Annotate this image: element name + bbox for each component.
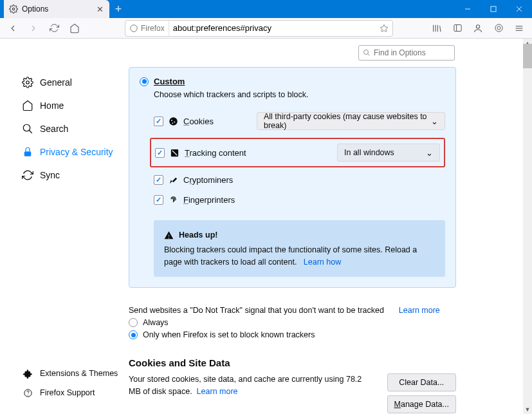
nav-label: Sync [40,170,60,180]
svg-line-17 [29,130,32,133]
learn-how-link[interactable]: Learn how [304,258,341,267]
extension-icon[interactable] [490,19,508,37]
home-icon [22,100,33,111]
close-window-button[interactable] [506,0,532,18]
nav-label: Extensions & Themes [40,369,118,378]
gear-icon [22,77,33,88]
csd-title: Cookies and Site Data [129,357,456,368]
options-search[interactable]: Find in Options [358,45,455,61]
identity-label: Firefox [141,24,165,33]
gear-icon [9,5,18,14]
tracking-icon [170,148,179,158]
scrollbar-thumb[interactable] [523,44,532,68]
radio-dnt-always[interactable] [129,318,138,327]
cookie-icon [169,117,178,126]
svg-rect-1 [491,6,496,12]
reload-button[interactable] [45,19,63,37]
clear-data-button[interactable]: Clear Data... [387,373,456,391]
maximize-button[interactable] [481,0,506,18]
dnt-always-label: Always [143,318,169,327]
tab-title: Options [22,5,91,14]
cookies-select[interactable]: All third-party cookies (may cause websi… [257,112,445,130]
fingerprint-icon [169,195,178,205]
nav-label: General [40,77,72,88]
address-bar[interactable]: Firefox [125,20,393,37]
minimize-button[interactable] [455,0,481,18]
svg-point-4 [131,24,138,32]
library-icon[interactable] [428,19,446,37]
search-icon [363,49,371,57]
fingerprint-label: Fingerprinters [183,195,235,205]
svg-point-16 [23,124,30,131]
nav-general[interactable]: General [19,71,122,94]
select-value: All third-party cookies (may cause websi… [264,112,431,130]
nav-label: Search [40,124,68,134]
checkbox-fingerprint[interactable] [154,195,163,205]
csd-body-text: Your stored cookies, site data, and cach… [129,375,362,396]
warning-box: Heads up! Blocking trackers could impact… [154,220,445,277]
tracking-select[interactable]: In all windows ⌄ [337,144,440,162]
checkbox-crypto[interactable] [154,175,163,185]
nav-label: Home [40,100,64,111]
new-tab-button[interactable]: + [109,0,127,18]
csd-learn-link[interactable]: Learn more [197,387,238,396]
search-placeholder: Find in Options [374,48,426,57]
titlebar: Options ✕ + [0,0,532,18]
browser-tab[interactable]: Options ✕ [4,0,109,18]
radio-dnt-only[interactable] [129,330,138,339]
svg-rect-18 [24,151,32,156]
radio-custom[interactable] [140,77,149,86]
crypto-label: Cryptominers [183,175,233,185]
tracking-label: Tracking content [185,148,246,158]
nav-support[interactable]: Firefox Support [19,383,120,402]
vertical-scrollbar[interactable]: ▲ ▼ [523,39,532,414]
checkbox-cookies[interactable] [154,117,163,126]
svg-point-7 [476,24,479,28]
svg-point-15 [26,81,30,84]
warning-title: Heads up! [179,229,217,241]
help-icon [22,387,33,399]
main-panel: Custom Choose which trackers and scripts… [129,67,456,413]
identity-box[interactable]: Firefox [125,21,169,36]
dnt-learn-link[interactable]: Learn more [399,306,440,315]
select-value: In all windows [344,148,394,157]
scroll-down-arrow[interactable]: ▼ [523,405,532,414]
url-input[interactable] [169,23,376,33]
svg-point-9 [497,26,500,30]
home-button[interactable] [66,19,84,37]
dnt-only-label: Only when Firefox is set to block known … [143,330,315,339]
dnt-text: Send websites a "Do Not Track" signal th… [129,306,384,315]
puzzle-icon [22,368,33,379]
custom-blocking-card: Custom Choose which trackers and scripts… [129,67,456,288]
bookmark-star-icon[interactable] [376,24,392,33]
search-icon [22,123,33,135]
svg-rect-5 [454,25,461,32]
warning-body: Blocking trackers could impact the funct… [164,245,417,267]
warning-icon [164,231,174,240]
nav-privacy[interactable]: Privacy & Security [19,140,122,164]
content-area: Find in Options General Home Search Priv… [0,39,532,414]
chevron-down-icon: ⌄ [431,117,438,126]
custom-desc: Choose which trackers and scripts to blo… [154,90,445,99]
nav-extensions[interactable]: Extensions & Themes [19,364,120,383]
lock-icon [22,146,33,158]
cookies-site-data-section: Cookies and Site Data Your stored cookie… [129,357,456,413]
nav-sync[interactable]: Sync [19,164,122,187]
nav-label: Privacy & Security [40,147,113,157]
account-icon[interactable] [469,19,487,37]
sidebar-icon[interactable] [448,19,466,37]
tab-close-icon[interactable]: ✕ [95,5,104,14]
nav-label: Firefox Support [40,388,95,397]
back-button[interactable] [4,19,22,37]
nav-search[interactable]: Search [19,117,122,140]
manage-data-button[interactable]: Manage Data... [387,395,456,413]
sync-icon [22,169,33,181]
checkbox-tracking[interactable] [155,148,165,158]
menu-button[interactable] [510,19,528,37]
svg-point-20 [28,395,28,395]
nav-home[interactable]: Home [19,94,122,117]
forward-button[interactable] [24,19,42,37]
window-controls [455,0,532,18]
dnt-section: Send websites a "Do Not Track" signal th… [129,306,456,339]
svg-point-13 [364,50,369,55]
